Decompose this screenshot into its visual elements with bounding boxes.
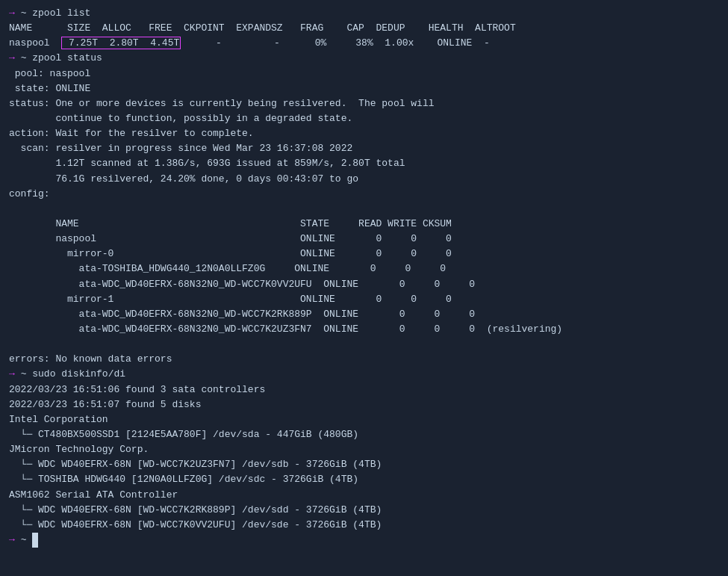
naspool-highlight: 7.25T 2.80T 4.45T: [61, 37, 181, 49]
status-line-1: status: One or more devices is currently…: [9, 96, 719, 111]
pool-line: pool: naspool: [9, 66, 719, 81]
status-line-2: continue to function, possibly in a degr…: [9, 111, 719, 126]
prompt-arrow-1: →: [9, 7, 15, 19]
config-line: config:: [9, 187, 719, 202]
disk-sdb: └─ WDC WD40EFRX-68N [WD-WCC7K2UZ3FN7] /d…: [9, 457, 719, 472]
diskinfo-disks: 2022/03/23 16:51:07 found 5 disks: [9, 397, 719, 412]
final-prompt[interactable]: → ~: [9, 533, 719, 548]
diskinfo-controllers: 2022/03/23 16:51:06 found 3 sata control…: [9, 383, 719, 397]
scan-line-2: 1.12T scanned at 1.38G/s, 693G issued at…: [9, 156, 719, 171]
config-wdc-uz3fn7: ata-WDC_WD40EFRX-68N32N0_WD-WCC7K2UZ3FN7…: [9, 322, 719, 337]
line-4: → ~ zpool status: [9, 51, 719, 66]
config-naspool: naspool ONLINE 0 0 0: [9, 232, 719, 247]
config-toshiba: ata-TOSHIBA_HDWG440_12N0A0LLFZ0G ONLINE …: [9, 261, 719, 276]
prompt-arrow-3: →: [9, 368, 15, 380]
prompt-tilde-2: ~: [21, 52, 27, 64]
prompt-arrow-4: →: [9, 534, 15, 545]
prompt-cmd-3: sudo diskinfo/di: [32, 368, 125, 380]
prompt-cmd-1: zpool list: [32, 7, 90, 19]
errors-line: errors: No known data errors: [9, 352, 719, 367]
config-header: NAME STATE READ WRITE CKSUM: [9, 217, 719, 232]
config-mirror1: mirror-1 ONLINE 0 0 0: [9, 292, 719, 307]
col-headers: NAME SIZE ALLOC FREE CKPOINT EXPANDSZ FR…: [9, 21, 719, 36]
intel-corp: Intel Corporation: [9, 412, 719, 427]
prompt-arrow-2: →: [9, 52, 15, 64]
config-mirror0: mirror-0 ONLINE 0 0 0: [9, 247, 719, 261]
disk-sde: └─ WDC WD40EFRX-68N [WD-WCC7K0VV2UFU] /d…: [9, 518, 719, 533]
disk-sdc: └─ TOSHIBA HDWG440 [12N0A0LLFZ0G] /dev/s…: [9, 472, 719, 487]
naspool-row: naspool 7.25T 2.80T 4.45T - - 0% 38% 1.0…: [9, 36, 719, 51]
terminal: → ~ zpool list NAME SIZE ALLOC FREE CKPO…: [9, 6, 719, 548]
action-line: action: Wait for the resilver to complet…: [9, 126, 719, 141]
state-line: state: ONLINE: [9, 81, 719, 96]
scan-line-1: scan: resilver in progress since Wed Mar…: [9, 141, 719, 156]
scan-line-3: 76.1G resilvered, 24.20% done, 0 days 00…: [9, 172, 719, 187]
disk-sda: └─ CT480BX500SSD1 [2124E5AA780F] /dev/sd…: [9, 427, 719, 442]
disk-sdd: └─ WDC WD40EFRX-68N [WD-WCC7K2RK889P] /d…: [9, 503, 719, 518]
line-1: → ~ zpool list: [9, 6, 719, 21]
cursor: [32, 533, 38, 548]
blank-2: [9, 337, 719, 352]
config-wdc-vv2ufu: ata-WDC_WD40EFRX-68N32N0_WD-WCC7K0VV2UFU…: [9, 277, 719, 292]
prompt-tilde-3: ~: [21, 368, 27, 380]
prompt-cmd-2: zpool status: [32, 52, 102, 64]
prompt-diskinfo: → ~ sudo diskinfo/di: [9, 367, 719, 382]
asm1062-corp: ASM1062 Serial ATA Controller: [9, 488, 719, 503]
config-wdc-rk889p: ata-WDC_WD40EFRX-68N32N0_WD-WCC7K2RK889P…: [9, 307, 719, 322]
prompt-tilde-1: ~: [21, 7, 27, 19]
prompt-tilde-4: ~: [21, 534, 27, 545]
jmicron-corp: JMicron Technology Corp.: [9, 442, 719, 457]
blank-1: [9, 202, 719, 217]
